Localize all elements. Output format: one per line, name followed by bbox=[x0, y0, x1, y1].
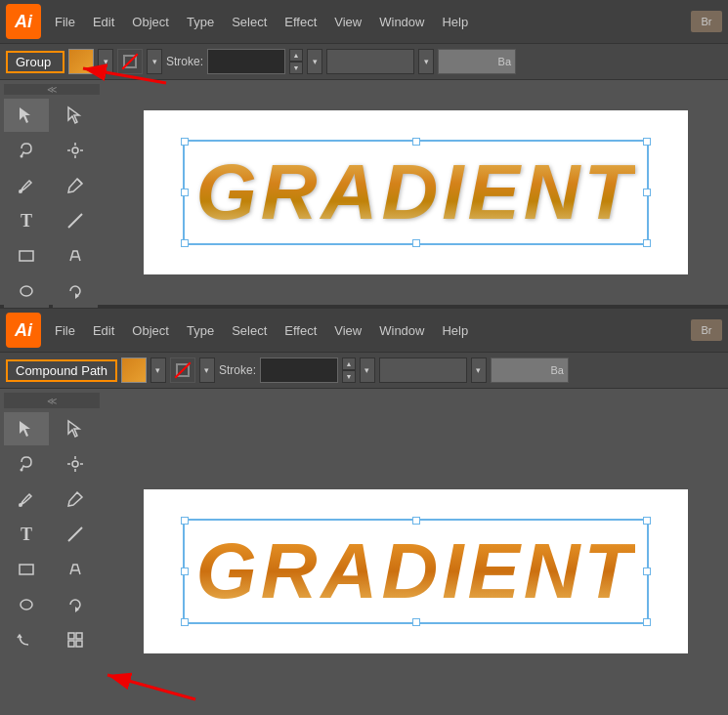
line-tool-bottom[interactable] bbox=[53, 518, 98, 551]
panel-top: Ai File Edit Object Type Select Effect V… bbox=[0, 0, 728, 309]
lasso-tool-bottom[interactable] bbox=[4, 447, 49, 481]
sidebar-handle-top[interactable]: ≪ bbox=[4, 84, 100, 95]
fill-dropdown-bottom[interactable]: ▾ bbox=[150, 358, 166, 383]
eraser-tool-bottom[interactable] bbox=[4, 588, 49, 621]
line-tool-top[interactable] bbox=[53, 204, 98, 237]
pencil-tool-top[interactable] bbox=[53, 239, 98, 273]
menu-view-bottom[interactable]: View bbox=[326, 319, 369, 342]
magic-wand-tool-bottom[interactable] bbox=[53, 447, 98, 481]
menu-window-bottom[interactable]: Window bbox=[371, 319, 432, 342]
type-tool-bottom[interactable]: T bbox=[4, 518, 49, 551]
paintbrush-tool-bottom[interactable] bbox=[4, 483, 49, 516]
stroke-label-top: Stroke: bbox=[166, 55, 203, 68]
select-tool-top[interactable] bbox=[4, 99, 49, 132]
pen-tool-top[interactable] bbox=[53, 169, 98, 202]
stroke-down-top[interactable]: ▼ bbox=[289, 62, 303, 74]
handle-bl-top[interactable] bbox=[181, 239, 189, 247]
style-box-top[interactable] bbox=[326, 49, 414, 74]
br-badge-top[interactable]: Br bbox=[691, 11, 722, 32]
paintbrush-tool-top[interactable] bbox=[4, 169, 49, 202]
stroke-dropdown-bottom[interactable]: ▾ bbox=[360, 358, 375, 383]
handle-tm-top[interactable] bbox=[412, 138, 420, 146]
handle-mr-bottom[interactable] bbox=[643, 568, 651, 575]
ai-logo-top: Ai bbox=[6, 4, 41, 39]
object-type-label-bottom: Compound Path bbox=[6, 359, 117, 382]
handle-br-bottom[interactable] bbox=[643, 618, 651, 626]
eraser-tool-top[interactable] bbox=[4, 274, 49, 308]
stroke-up-bottom[interactable]: ▲ bbox=[342, 358, 356, 370]
menu-help-bottom[interactable]: Help bbox=[434, 319, 476, 342]
menu-effect-top[interactable]: Effect bbox=[277, 11, 324, 33]
handle-tr-top[interactable] bbox=[643, 138, 651, 146]
pencil-tool-bottom[interactable] bbox=[53, 553, 98, 586]
stroke-style-bottom[interactable] bbox=[170, 358, 195, 383]
stroke-up-top[interactable]: ▲ bbox=[289, 49, 303, 62]
handle-bm-bottom[interactable] bbox=[412, 618, 420, 626]
top-menubar: Ai File Edit Object Type Select Effect V… bbox=[0, 0, 728, 43]
menu-file-top[interactable]: File bbox=[47, 11, 83, 33]
style-dropdown-bottom[interactable]: ▾ bbox=[471, 358, 487, 383]
stroke-style-top[interactable] bbox=[117, 49, 143, 74]
rotate-tool-bottom[interactable] bbox=[53, 588, 98, 621]
rectangle-tool-bottom[interactable] bbox=[4, 553, 49, 586]
stroke-down-bottom[interactable]: ▼ bbox=[342, 370, 356, 383]
handle-mr-top[interactable] bbox=[643, 189, 651, 196]
handle-bm-top[interactable] bbox=[412, 239, 420, 247]
stroke-dropdown-top[interactable]: ▾ bbox=[307, 49, 322, 74]
fill-dropdown-top[interactable]: ▾ bbox=[98, 49, 113, 74]
magic-wand-tool-top[interactable] bbox=[53, 134, 98, 167]
style-dropdown-top[interactable]: ▾ bbox=[418, 49, 434, 74]
menu-view-top[interactable]: View bbox=[326, 11, 369, 33]
style-box-bottom[interactable] bbox=[379, 358, 467, 383]
menu-object-top[interactable]: Object bbox=[124, 11, 177, 33]
bottom-menubar: Ai File Edit Object Type Select Effect V… bbox=[0, 309, 728, 352]
direct-select-tool-top[interactable] bbox=[53, 99, 98, 132]
sidebar-handle-bottom[interactable]: ≪ bbox=[4, 393, 100, 408]
handle-tm-bottom[interactable] bbox=[412, 517, 420, 525]
object-type-label-top: Group bbox=[6, 51, 64, 73]
svg-point-6 bbox=[19, 189, 22, 193]
pen-tool-bottom[interactable] bbox=[53, 483, 98, 516]
menu-window-top[interactable]: Window bbox=[371, 11, 432, 33]
handle-tr-bottom[interactable] bbox=[643, 517, 651, 525]
menu-help-top[interactable]: Help bbox=[434, 11, 476, 33]
symbol-tool-bottom[interactable] bbox=[53, 623, 98, 656]
menu-edit-bottom[interactable]: Edit bbox=[85, 319, 122, 342]
handle-br-top[interactable] bbox=[643, 239, 651, 247]
stroke-style-dropdown-bottom[interactable]: ▾ bbox=[199, 358, 215, 383]
handle-ml-bottom[interactable] bbox=[181, 568, 189, 575]
type-tool-top[interactable]: T bbox=[4, 204, 49, 237]
lasso-tool-top[interactable] bbox=[4, 134, 49, 167]
handle-tl-bottom[interactable] bbox=[181, 517, 189, 525]
handle-bl-bottom[interactable] bbox=[181, 618, 189, 626]
menu-file-bottom[interactable]: File bbox=[47, 319, 83, 342]
menu-effect-bottom[interactable]: Effect bbox=[277, 319, 324, 342]
menu-object-bottom[interactable]: Object bbox=[124, 319, 177, 342]
svg-point-5 bbox=[72, 147, 78, 153]
rotate-tool-top[interactable] bbox=[53, 274, 98, 308]
menu-type-bottom[interactable]: Type bbox=[179, 319, 222, 342]
rectangle-tool-top[interactable] bbox=[4, 239, 49, 273]
svg-rect-27 bbox=[68, 633, 74, 639]
opacity-box-top: Ba bbox=[438, 49, 516, 74]
select-tool-bottom[interactable] bbox=[4, 412, 49, 445]
stroke-value-bottom[interactable] bbox=[260, 358, 338, 383]
handle-tl-top[interactable] bbox=[181, 138, 189, 146]
left-sidebar-top: ≪ T bbox=[0, 80, 104, 305]
stroke-style-dropdown-top[interactable]: ▾ bbox=[147, 49, 162, 74]
menu-select-bottom[interactable]: Select bbox=[224, 319, 275, 342]
bottom-toolbar: Compound Path ▾ ▾ Stroke: ▲ ▼ ▾ ▾ Ba bbox=[0, 352, 728, 389]
handle-ml-top[interactable] bbox=[181, 189, 189, 196]
br-badge-bottom[interactable]: Br bbox=[691, 319, 722, 341]
tools-grid-top: T bbox=[4, 99, 100, 308]
undo-tool-bottom[interactable] bbox=[4, 623, 49, 656]
stroke-value-top[interactable] bbox=[207, 49, 285, 74]
svg-point-15 bbox=[21, 469, 23, 472]
fill-color-bottom[interactable] bbox=[121, 358, 147, 383]
menu-type-top[interactable]: Type bbox=[179, 11, 222, 33]
fill-color-top[interactable] bbox=[68, 49, 94, 74]
menu-select-top[interactable]: Select bbox=[224, 11, 275, 33]
text-selection-box-bottom: GRADIENT bbox=[183, 519, 650, 624]
menu-edit-top[interactable]: Edit bbox=[85, 11, 122, 33]
direct-select-tool-bottom[interactable] bbox=[53, 412, 98, 445]
